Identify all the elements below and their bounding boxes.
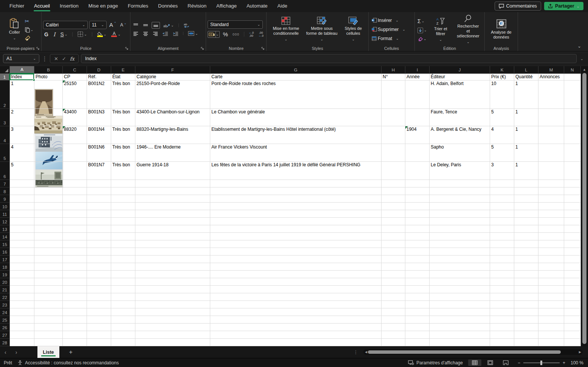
- cell-C16[interactable]: [63, 248, 87, 256]
- cell-B11[interactable]: [34, 210, 63, 218]
- cell-J28[interactable]: [430, 339, 490, 346]
- cell-M13[interactable]: [538, 225, 564, 233]
- cell-N27[interactable]: [564, 331, 581, 339]
- cell-H27[interactable]: [382, 331, 405, 339]
- accessibility-status[interactable]: Accessibilité : consultez nos recommanda…: [17, 360, 119, 365]
- cell-G15[interactable]: [210, 240, 382, 248]
- cell-L5[interactable]: 1: [514, 144, 538, 162]
- cell-M18[interactable]: [538, 263, 564, 271]
- cell-I19[interactable]: [405, 271, 430, 278]
- row-header-4[interactable]: 4: [0, 126, 10, 144]
- cell-F24[interactable]: [135, 308, 210, 316]
- cell-J12[interactable]: [430, 218, 490, 225]
- cell-B10[interactable]: [34, 203, 63, 210]
- column-header-A[interactable]: A: [10, 66, 34, 74]
- cell-L1[interactable]: Quantité: [514, 74, 538, 81]
- decrease-indent-button[interactable]: [161, 31, 169, 37]
- menu-affichage[interactable]: Affichage: [211, 0, 242, 12]
- new-sheet-button[interactable]: +: [59, 349, 82, 356]
- cell-I27[interactable]: [405, 331, 430, 339]
- cell-J2[interactable]: H. Adain, Belfort: [430, 81, 490, 109]
- accounting-format-button[interactable]: [208, 31, 216, 38]
- comments-button[interactable]: Commentaires: [495, 2, 541, 11]
- fill-color-button[interactable]: ⌄: [96, 31, 108, 38]
- cell-F19[interactable]: [135, 271, 210, 278]
- cell-A4[interactable]: 3: [10, 126, 34, 144]
- cell-A23[interactable]: [10, 301, 34, 308]
- cell-J23[interactable]: [430, 301, 490, 308]
- cell-G22[interactable]: [210, 293, 382, 301]
- cell-H15[interactable]: [382, 240, 405, 248]
- cell-I21[interactable]: [405, 286, 430, 293]
- menu-fichier[interactable]: Fichier: [5, 0, 29, 12]
- cell-I17[interactable]: [405, 256, 430, 263]
- row-header-14[interactable]: 14: [0, 233, 10, 240]
- cell-K2[interactable]: 10: [490, 81, 514, 109]
- cell-H17[interactable]: [382, 256, 405, 263]
- cell-B16[interactable]: [34, 248, 63, 256]
- conditional-formatting-button[interactable]: Mise en forme conditionnelle ⌄: [268, 16, 304, 43]
- cell-J22[interactable]: [430, 293, 490, 301]
- cell-J21[interactable]: [430, 286, 490, 293]
- cell-G14[interactable]: [210, 233, 382, 240]
- percent-style-button[interactable]: %: [222, 30, 229, 38]
- cell-L8[interactable]: [514, 187, 538, 195]
- row-header-15[interactable]: 15: [0, 240, 10, 248]
- alignment-dialog-launcher[interactable]: [201, 47, 204, 50]
- format-as-table-button[interactable]: Mettre sous forme de tableau ⌄: [304, 16, 340, 43]
- cell-A20[interactable]: [10, 278, 34, 286]
- cell-D23[interactable]: [87, 301, 111, 308]
- cell-F4[interactable]: 88320-Martigny-les-Bains: [135, 126, 210, 144]
- cell-A2[interactable]: 1: [10, 81, 34, 109]
- cell-H26[interactable]: [382, 324, 405, 331]
- cell-N19[interactable]: [564, 271, 581, 278]
- cell-N20[interactable]: [564, 278, 581, 286]
- cell-A24[interactable]: [10, 308, 34, 316]
- cell-F22[interactable]: [135, 293, 210, 301]
- cell-K6[interactable]: 3: [490, 162, 514, 180]
- cell-M7[interactable]: [538, 180, 564, 187]
- row-header-8[interactable]: 8: [0, 187, 10, 195]
- accounting-chevron-icon[interactable]: ⌄: [216, 31, 220, 38]
- autosum-button[interactable]: Σ⌄: [416, 17, 428, 25]
- cell-E21[interactable]: [111, 286, 135, 293]
- italic-button[interactable]: I: [52, 31, 57, 38]
- scroll-up-arrow-icon[interactable]: ▲: [582, 68, 587, 71]
- cell-L21[interactable]: [514, 286, 538, 293]
- cell-A8[interactable]: [10, 187, 34, 195]
- cell-L18[interactable]: [514, 263, 538, 271]
- cell-C7[interactable]: [63, 180, 87, 187]
- cell-K4[interactable]: 4: [490, 126, 514, 144]
- cell-I10[interactable]: [405, 203, 430, 210]
- paste-chevron-icon[interactable]: ⌄: [13, 36, 16, 41]
- comma-style-button[interactable]: 000: [231, 32, 240, 37]
- cell-I18[interactable]: [405, 263, 430, 271]
- cell-B17[interactable]: [34, 256, 63, 263]
- cell-M22[interactable]: [538, 293, 564, 301]
- normal-view-button[interactable]: [468, 359, 481, 366]
- cell-H2[interactable]: [382, 81, 405, 109]
- cell-L6[interactable]: 1: [514, 162, 538, 180]
- cell-M5[interactable]: [538, 144, 564, 162]
- cell-H3[interactable]: [382, 109, 405, 126]
- cell-A14[interactable]: [10, 233, 34, 240]
- cell-F13[interactable]: [135, 225, 210, 233]
- underline-chevron-icon[interactable]: ⌄: [65, 33, 68, 36]
- cell-C10[interactable]: [63, 203, 87, 210]
- page-layout-view-button[interactable]: [484, 359, 497, 366]
- cell-C23[interactable]: [63, 301, 87, 308]
- cell-L10[interactable]: [514, 203, 538, 210]
- cell-L26[interactable]: [514, 324, 538, 331]
- cell-A22[interactable]: [10, 293, 34, 301]
- formula-input[interactable]: Index: [81, 54, 577, 63]
- cell-I13[interactable]: [405, 225, 430, 233]
- zoom-slider-thumb[interactable]: [540, 361, 542, 365]
- cell-C28[interactable]: [63, 339, 87, 346]
- cell-E19[interactable]: [111, 271, 135, 278]
- enter-button[interactable]: ✓: [62, 56, 66, 62]
- cell-N16[interactable]: [564, 248, 581, 256]
- cell-J20[interactable]: [430, 278, 490, 286]
- cell-G17[interactable]: [210, 256, 382, 263]
- collapse-ribbon-chevron-icon[interactable]: ⌄: [577, 43, 581, 49]
- cell-I26[interactable]: [405, 324, 430, 331]
